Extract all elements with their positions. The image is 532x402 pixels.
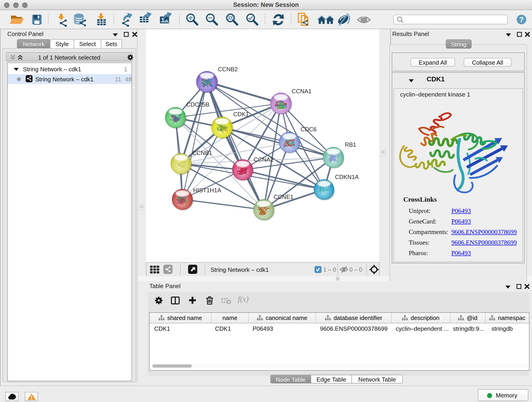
svg-text:CDC25B: CDC25B	[186, 101, 209, 108]
svg-text:RB1: RB1	[345, 141, 356, 148]
svg-text:CCNA1: CCNA1	[292, 88, 312, 95]
svg-text:CDK1: CDK1	[233, 111, 249, 117]
svg-text:CDC6: CDC6	[301, 126, 317, 133]
svg-text:HIST1H1A: HIST1H1A	[193, 187, 221, 193]
svg-text:CCNB1: CCNB1	[192, 150, 212, 156]
svg-text:CCNA2: CCNA2	[254, 156, 273, 163]
svg-text:CDKN1A: CDKN1A	[335, 174, 359, 180]
svg-text:CCNE1: CCNE1	[273, 194, 293, 200]
svg-text:CCNB2: CCNB2	[218, 66, 238, 72]
svg-text:?: ?	[519, 15, 524, 24]
